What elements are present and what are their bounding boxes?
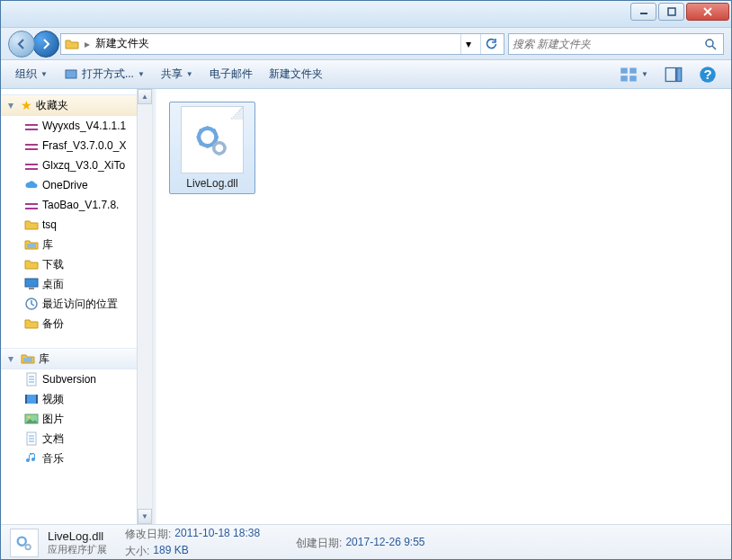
libraries-label: 库	[39, 351, 49, 367]
library-icon	[21, 351, 35, 366]
organize-button[interactable]: 组织▼	[8, 64, 55, 85]
doc-icon	[24, 431, 39, 446]
sidebar-item[interactable]: Frasf_V3.7.0.0_X	[1, 136, 152, 156]
favorites-header[interactable]: ▾ ★ 收藏夹	[1, 94, 152, 116]
archive-icon	[24, 198, 39, 212]
svg-rect-11	[665, 67, 675, 81]
svg-line-5	[712, 46, 716, 49]
details-pane: LiveLog.dll 应用程序扩展 修改日期:2011-10-18 18:38…	[1, 524, 731, 560]
svg-rect-10	[629, 76, 637, 81]
library-icon	[24, 237, 39, 252]
libraries-header[interactable]: ▾ 库	[1, 348, 152, 369]
sidebar-item[interactable]: Wyyxds_V4.1.1.1	[1, 116, 152, 136]
sidebar-item[interactable]: 音乐	[1, 449, 152, 468]
close-button[interactable]	[686, 3, 729, 21]
archive-icon	[24, 138, 39, 153]
view-options-button[interactable]: ▼	[612, 64, 656, 85]
svg-point-47	[18, 538, 26, 546]
search-icon[interactable]	[701, 38, 719, 50]
recent-icon	[24, 297, 39, 311]
svg-rect-29	[29, 288, 34, 289]
address-dropdown[interactable]: ▾	[460, 34, 475, 54]
breadcrumb-separator: ▸	[85, 38, 90, 50]
minimize-button[interactable]	[630, 3, 656, 21]
svg-rect-9	[620, 76, 628, 81]
details-modified-label: 修改日期:	[125, 527, 171, 542]
svg-rect-17	[25, 126, 38, 129]
svg-rect-36	[25, 395, 38, 404]
svg-point-40	[28, 416, 31, 419]
sidebar-item[interactable]: Glxzq_V3.0_XiTo	[1, 156, 152, 175]
content-pane[interactable]: LiveLog.dll	[156, 89, 731, 524]
sidebar-item[interactable]: 库	[1, 235, 152, 254]
sidebar-item[interactable]: 备份	[1, 314, 152, 333]
details-filetype: 应用程序扩展	[48, 543, 107, 556]
preview-pane-button[interactable]	[657, 64, 690, 85]
details-size-label: 大小:	[125, 544, 149, 559]
navbar: ▸ 新建文件夹 ▾	[1, 28, 731, 60]
email-button[interactable]: 电子邮件	[202, 64, 260, 85]
svg-rect-7	[620, 67, 628, 73]
share-button[interactable]: 共享▼	[154, 64, 201, 85]
svg-rect-1	[668, 8, 675, 15]
help-icon: ?	[699, 66, 717, 84]
file-label: LiveLog.dll	[186, 177, 237, 190]
svg-rect-16	[25, 121, 38, 124]
svg-rect-26	[25, 205, 38, 208]
details-filename: LiveLog.dll	[48, 529, 107, 543]
window-titlebar	[1, 1, 731, 28]
sidebar-item[interactable]: Subversion	[1, 369, 152, 389]
folder-icon	[65, 37, 79, 51]
new-folder-button[interactable]: 新建文件夹	[262, 64, 330, 85]
sidebar-item[interactable]: OneDrive	[1, 175, 152, 195]
image-icon	[24, 412, 39, 426]
sidebar-scrollbar[interactable]: ▲ ▼	[137, 89, 152, 524]
svg-rect-8	[629, 67, 637, 73]
refresh-button[interactable]	[480, 34, 500, 54]
folder-icon	[24, 316, 39, 331]
search-box[interactable]	[508, 33, 724, 55]
sidebar-item[interactable]: 图片	[1, 409, 152, 429]
archive-icon	[24, 158, 39, 173]
cloud-icon	[24, 178, 39, 192]
help-button[interactable]: ?	[692, 64, 724, 85]
forward-button[interactable]	[32, 31, 59, 58]
sidebar-item[interactable]: 文档	[1, 429, 152, 449]
details-created-label: 创建日期:	[296, 536, 342, 551]
view-icon	[620, 66, 638, 84]
toolbar: 组织▼ 打开方式...▼ 共享▼ 电子邮件 新建文件夹 ▼ ?	[1, 60, 731, 89]
svg-point-48	[25, 545, 31, 550]
dll-file-icon	[10, 529, 39, 557]
back-button[interactable]	[8, 31, 35, 58]
sidebar-item[interactable]: 下载	[1, 254, 152, 274]
dll-file-icon	[181, 106, 244, 173]
svg-rect-27	[27, 244, 36, 248]
sidebar-item[interactable]: TaoBao_V1.7.8.	[1, 195, 152, 215]
scroll-down-button[interactable]: ▼	[138, 509, 152, 524]
address-bar[interactable]: ▸ 新建文件夹 ▾	[60, 33, 504, 55]
video-icon	[24, 392, 39, 406]
doc-icon	[24, 372, 39, 387]
details-created-value: 2017-12-26 9:55	[345, 536, 424, 551]
svg-point-46	[214, 142, 225, 153]
svg-point-45	[199, 128, 216, 145]
open-with-button[interactable]: 打开方式...▼	[57, 64, 152, 85]
sidebar-item[interactable]: 最近访问的位置	[1, 294, 152, 314]
breadcrumb-current[interactable]: 新建文件夹	[95, 36, 149, 51]
svg-rect-28	[25, 279, 38, 287]
search-input[interactable]	[513, 38, 701, 50]
preview-pane-icon	[665, 66, 683, 84]
file-item[interactable]: LiveLog.dll	[169, 102, 255, 194]
sidebar-item[interactable]: 桌面	[1, 274, 152, 294]
details-size-value: 189 KB	[153, 544, 188, 559]
maximize-button[interactable]	[658, 3, 684, 21]
sidebar: ▾ ★ 收藏夹 Wyyxds_V4.1.1.1 Frasf_V3.7.0.0_X…	[1, 89, 152, 524]
chevron-down-icon: ▾	[8, 99, 17, 111]
scroll-up-button[interactable]: ▲	[138, 89, 152, 104]
open-with-icon	[64, 67, 78, 82]
sidebar-item[interactable]: tsq	[1, 215, 152, 235]
music-icon	[24, 451, 39, 466]
folder-icon	[24, 218, 39, 232]
sidebar-item[interactable]: 视频	[1, 389, 152, 409]
chevron-down-icon: ▾	[8, 352, 17, 365]
